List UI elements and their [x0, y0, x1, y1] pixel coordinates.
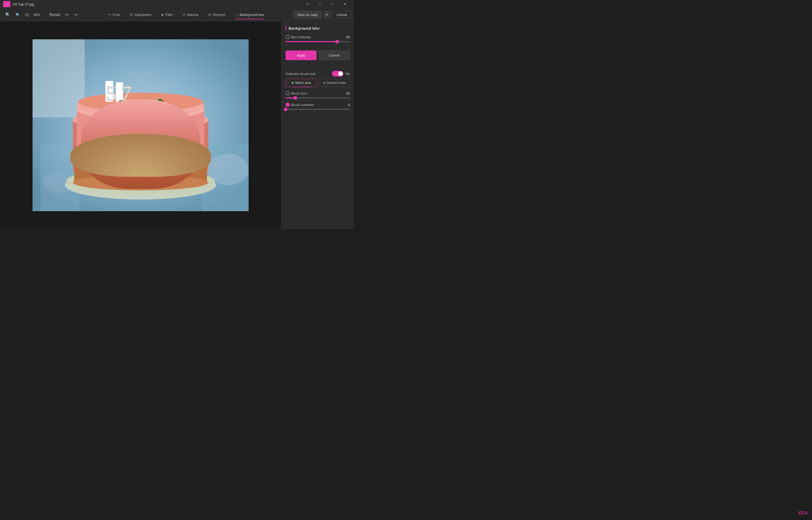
blur-intensity-value: 80: [346, 35, 350, 39]
svg-point-31: [153, 153, 162, 162]
expand-button[interactable]: ⤢: [301, 0, 314, 8]
titlebar: ← US Trip-27.jpg ⤢ ─ □ ✕: [0, 0, 354, 8]
fit-icon: ⊡: [25, 12, 29, 17]
selection-brush-toggle[interactable]: [332, 71, 343, 77]
zoom-in-button[interactable]: 🔍: [3, 11, 12, 19]
brush-size-slider[interactable]: [286, 97, 350, 98]
tab-crop[interactable]: ✂ Crop: [104, 11, 125, 19]
brush-softness-icon: [286, 103, 290, 107]
blur-intensity-thumb[interactable]: [335, 40, 339, 44]
minus-icon: ⊖: [323, 81, 325, 85]
brush-size-value: 35: [346, 92, 350, 95]
markup-icon: ✏: [183, 13, 186, 17]
minimize-button[interactable]: ─: [314, 0, 326, 8]
tab-retouch[interactable]: ◎ Retouch: [204, 11, 230, 19]
deselect-area-button[interactable]: ⊖ Deselect area: [319, 79, 350, 87]
toggle-thumb: [338, 71, 343, 76]
save-copy-label: Save as copy: [297, 13, 318, 17]
blur-intensity-label: Blur intensity: [291, 35, 310, 39]
photo-background: Happy Birthday Custodia 5 7: [32, 39, 249, 211]
brush-softness-slider[interactable]: [286, 109, 350, 110]
brush-softness-row: Brush softness 0: [286, 103, 350, 107]
back-icon: ←: [5, 2, 8, 6]
filename-label: US Trip-27.jpg: [12, 2, 34, 6]
select-area-label: Select area: [295, 81, 311, 85]
svg-rect-11: [77, 110, 205, 156]
titlebar-left: ← US Trip-27.jpg: [3, 1, 34, 7]
blur-intensity-fill: [286, 41, 337, 42]
panel-title-row: Background blur: [286, 26, 350, 31]
apply-button[interactable]: Apply: [286, 51, 317, 60]
svg-text:5: 5: [106, 82, 116, 105]
main-content: Happy Birthday Custodia 5 7: [0, 21, 354, 229]
svg-text:HAPPY: HAPPY: [130, 164, 151, 171]
svg-text:BIRTHDAY: BIRTHDAY: [126, 171, 155, 178]
adjustment-label: Adjustment: [134, 13, 151, 17]
blur-intensity-label-group: Blur intensity: [286, 35, 310, 39]
toolbar-right-actions: Save as copy ▼ Cancel: [293, 11, 351, 19]
svg-point-16: [78, 93, 203, 111]
right-panel: Background blur Blur intensity 80 Apply …: [281, 21, 354, 229]
redo-button[interactable]: ↪: [72, 11, 79, 19]
zoom-out-button[interactable]: 🔍: [13, 11, 22, 19]
zoom-in-icon: 🔍: [5, 12, 10, 17]
blur-intensity-track: [286, 41, 350, 42]
redo-icon: ↪: [74, 12, 77, 17]
brush-size-thumb[interactable]: [293, 96, 297, 100]
brush-softness-track: [286, 109, 350, 110]
svg-point-27: [156, 99, 165, 110]
svg-point-34: [103, 150, 108, 152]
select-area-button[interactable]: ⊕ Select area: [286, 79, 317, 87]
blur-intensity-slider[interactable]: [286, 41, 350, 42]
undo-icon: ↩: [65, 12, 69, 17]
brush-softness-thumb[interactable]: [284, 107, 288, 111]
cancel-button[interactable]: Cancel: [333, 11, 351, 19]
brush-softness-label: Brush softness: [291, 103, 314, 107]
svg-point-29: [101, 150, 110, 160]
brush-softness-label-group: Brush softness: [286, 103, 314, 107]
tab-markup[interactable]: ✏ Markup: [178, 11, 203, 19]
photo-container: Happy Birthday Custodia 5 7: [32, 39, 249, 211]
brush-softness-value: 0: [348, 103, 350, 107]
undo-button[interactable]: ↩: [63, 11, 71, 19]
svg-point-17: [73, 153, 208, 165]
toggle-container: On: [332, 71, 350, 77]
minimize-icon: ─: [319, 2, 321, 6]
background-blur-label: Background blur: [240, 13, 265, 17]
fit-button[interactable]: ⊡: [23, 11, 31, 19]
canvas-area: Happy Birthday Custodia 5 7: [0, 21, 281, 229]
selection-brush-row: Selection brush tool On: [286, 71, 350, 77]
svg-point-32: [119, 100, 123, 103]
blur-intensity-row: Blur intensity 80: [286, 35, 350, 39]
tab-background-blur[interactable]: ◌ Background blur: [231, 11, 269, 19]
save-copy-button[interactable]: Save as copy: [293, 11, 322, 19]
svg-point-35: [176, 148, 181, 151]
zoom-value: 38%: [32, 13, 42, 17]
close-button[interactable]: ✕: [339, 0, 351, 8]
save-copy-dropdown-button[interactable]: ▼: [324, 11, 331, 18]
retouch-label: Retouch: [213, 13, 225, 17]
reset-button[interactable]: Reset: [47, 11, 62, 19]
close-icon: ✕: [344, 2, 346, 6]
svg-point-15: [73, 175, 208, 190]
background-blur-icon: ◌: [235, 13, 238, 17]
panel-cancel-label: Cancel: [329, 53, 340, 57]
apply-label: Apply: [297, 53, 305, 57]
panel-cancel-button[interactable]: Cancel: [319, 51, 350, 60]
chevron-down-icon: ▼: [326, 13, 328, 16]
toolbar: 🔍 🔍 ⊡ 38% Reset ↩ ↪ ✂ Crop ◎ Adjustment …: [0, 8, 354, 21]
svg-text:Custodia: Custodia: [126, 141, 155, 150]
maximize-button[interactable]: □: [326, 0, 339, 8]
tab-adjustment[interactable]: ◎ Adjustment: [125, 11, 156, 19]
area-buttons-row: ⊕ Select area ⊖ Deselect area: [286, 79, 350, 87]
back-button[interactable]: ←: [3, 1, 10, 7]
filter-icon: ◈: [161, 13, 164, 17]
panel-accent-bar: [286, 26, 287, 31]
brush-size-icon: [286, 91, 290, 95]
maximize-icon: □: [331, 2, 333, 6]
toggle-on-label: On: [346, 72, 350, 76]
toolbar-divider: [44, 12, 45, 18]
reset-label: Reset: [49, 12, 60, 17]
tab-filter[interactable]: ◈ Filter: [157, 11, 178, 19]
crop-icon: ✂: [108, 13, 111, 17]
